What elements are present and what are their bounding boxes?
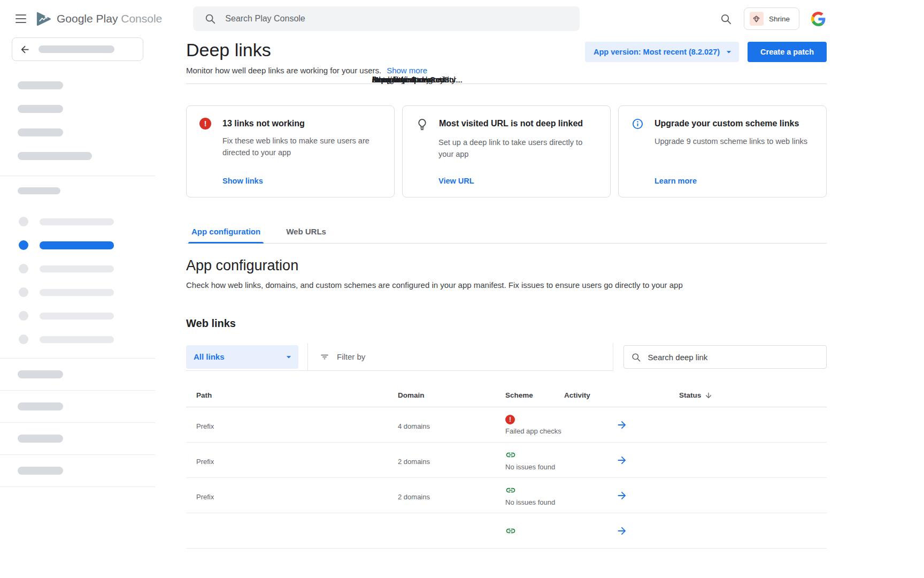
- learn-more-link[interactable]: Learn more: [654, 177, 697, 185]
- info-icon: [632, 118, 644, 130]
- menu-icon[interactable]: [16, 13, 26, 25]
- back-arrow-icon[interactable]: [18, 43, 32, 56]
- table-row[interactable]: /item/ store.steampowered... Deep linked: [186, 513, 827, 549]
- lightbulb-icon: [415, 118, 429, 131]
- play-console-logo-icon: [35, 12, 52, 26]
- nav-group-middle: [0, 217, 155, 344]
- search-icon: [204, 13, 216, 25]
- error-icon: !: [199, 118, 212, 130]
- nav-item-icon: [19, 334, 28, 344]
- table-row[interactable]: /books/ Prefix store.steampowered... 2 d…: [186, 478, 827, 513]
- sort-descending-icon: [704, 391, 713, 400]
- nav-skeleton-item[interactable]: [18, 370, 63, 378]
- nav-skeleton-item[interactable]: [18, 152, 92, 160]
- deep-link-search[interactable]: [623, 345, 827, 369]
- cell-status: ! 3 issues found Failed app checks: [505, 415, 564, 435]
- col-status-label: Status: [679, 391, 701, 399]
- app-version-label: App version: Most recent (8.2.027): [594, 48, 720, 56]
- global-search[interactable]: [193, 6, 580, 31]
- nav-skeleton-item[interactable]: [19, 287, 155, 297]
- deep-linked-icon: [505, 450, 516, 460]
- arrow-forward-icon[interactable]: [616, 419, 628, 431]
- nav-item-label-skeleton: [40, 336, 114, 343]
- tab-app-configuration[interactable]: App configuration: [186, 220, 266, 243]
- card-most-visited-url: Most visited URL is not deep linked Set …: [402, 105, 611, 197]
- google-account-avatar[interactable]: [810, 11, 827, 27]
- nav-skeleton-item[interactable]: [19, 311, 155, 321]
- links-filter-value: All links: [194, 352, 225, 361]
- row-path-type: Prefix: [196, 458, 398, 466]
- view-url-link[interactable]: View URL: [438, 177, 474, 185]
- nav-skeleton-item[interactable]: [19, 217, 155, 226]
- app-version-dropdown[interactable]: App version: Most recent (8.2.027): [585, 42, 739, 62]
- row-domain-count: 2 domains: [398, 493, 505, 501]
- row-status-sub: No issues found: [505, 463, 564, 471]
- table-row[interactable]: /story/ Prefix store.steampowered... 4 d…: [186, 407, 827, 443]
- card-title: Most visited URL is not deep linked: [439, 118, 583, 131]
- nav-skeleton-item[interactable]: [18, 435, 63, 443]
- page-header-left: Deep links Monitor how well deep links a…: [186, 37, 427, 75]
- logo-text: Google Play Console: [57, 12, 162, 25]
- card-title: Upgrade your custom scheme links: [654, 118, 799, 130]
- web-links-heading: Web links: [186, 317, 827, 330]
- nav-skeleton-item[interactable]: [18, 81, 63, 89]
- show-more-link[interactable]: Show more: [387, 66, 427, 75]
- cell-actions: [564, 490, 679, 501]
- arrow-forward-icon[interactable]: [616, 490, 628, 501]
- insight-cards: ! 13 links not working Fix these web lin…: [186, 105, 827, 197]
- show-links-link[interactable]: Show links: [222, 177, 263, 185]
- nav-skeleton-item[interactable]: [18, 105, 63, 113]
- app-name-label: Shrine: [769, 15, 790, 23]
- nav-item-label-skeleton: [40, 218, 114, 225]
- error-icon: !: [505, 415, 515, 424]
- app-selector-chip[interactable]: Shrine: [744, 7, 799, 30]
- app-switcher-box[interactable]: [12, 37, 143, 61]
- cell-domain: store.steampowered... 4 domains: [398, 420, 505, 430]
- create-patch-button[interactable]: Create a patch: [748, 42, 827, 62]
- search-icon-button[interactable]: [719, 12, 733, 26]
- sidebar-divider: [0, 358, 155, 359]
- arrow-forward-icon[interactable]: [616, 525, 628, 537]
- nav-group-top: [18, 81, 155, 160]
- nav-skeleton-item[interactable]: [18, 128, 63, 136]
- nav-item-label-skeleton: [40, 265, 114, 272]
- card-title: 13 links not working: [222, 118, 305, 130]
- col-status-sort[interactable]: Status: [679, 391, 802, 400]
- tab-bar: App configuration Web URLs: [186, 220, 827, 244]
- nav-skeleton-item[interactable]: [18, 402, 63, 410]
- nav-item-deep-links-active[interactable]: [19, 240, 155, 250]
- sidebar-divider: [0, 486, 155, 487]
- filter-by-button[interactable]: Filter by: [319, 352, 365, 362]
- col-domain: Domain: [398, 391, 505, 399]
- nav-item-icon: [19, 264, 28, 273]
- nav-skeleton-item[interactable]: [19, 264, 155, 273]
- nav-item-icon: [19, 287, 28, 297]
- row-domain-count: 2 domains: [398, 458, 505, 466]
- nav-item-icon: [19, 240, 28, 250]
- page-header: Deep links Monitor how well deep links a…: [186, 37, 827, 75]
- header-actions: App version: Most recent (8.2.027) Creat…: [585, 42, 827, 62]
- tab-web-urls[interactable]: Web URLs: [281, 220, 332, 243]
- table-row[interactable]: /category/ Prefix store.steampowered... …: [186, 443, 827, 478]
- web-links-table: Path Domain Scheme Activity Status /stor…: [186, 384, 827, 549]
- global-search-input[interactable]: [225, 14, 568, 24]
- nav-skeleton-item[interactable]: [18, 467, 63, 475]
- search-icon: [631, 352, 641, 362]
- page-subtitle: Monitor how well deep links are working …: [186, 66, 381, 75]
- nav-item-label-skeleton: [40, 241, 114, 249]
- logo-console: Console: [121, 12, 162, 25]
- deep-link-search-input[interactable]: [648, 353, 819, 362]
- links-filter-dropdown[interactable]: All links: [186, 345, 298, 369]
- cell-actions: [564, 419, 679, 431]
- cell-actions: [564, 525, 679, 537]
- arrow-forward-icon[interactable]: [616, 454, 628, 466]
- sidebar-divider: [0, 390, 155, 391]
- toolbar-left: All links Filter by: [186, 343, 613, 371]
- col-scheme: Scheme: [505, 391, 564, 399]
- card-links-not-working: ! 13 links not working Fix these web lin…: [186, 105, 395, 197]
- topbar-left: Google Play Console: [0, 12, 162, 26]
- web-links-table-body: /story/ Prefix store.steampowered... 4 d…: [186, 407, 827, 549]
- nav-skeleton-item[interactable]: [19, 334, 155, 344]
- chevron-down-icon: [283, 352, 294, 362]
- cell-path: /category/ Prefix: [186, 455, 398, 466]
